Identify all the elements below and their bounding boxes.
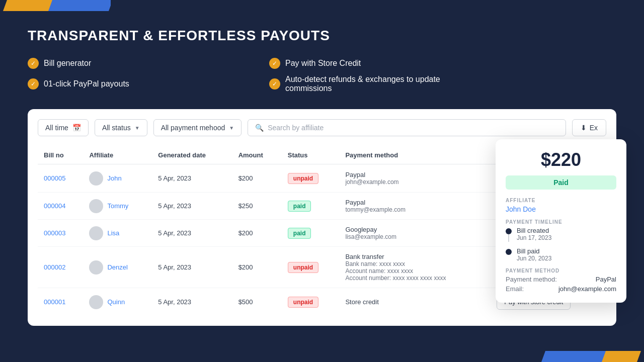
affiliate-name: Quinn (107, 298, 125, 306)
col-status: Status (282, 146, 340, 164)
detail-method-row: Payment method: PayPal (506, 276, 616, 283)
col-affiliate: Affiliate (83, 146, 152, 164)
generated-date: 5 Apr, 2023 (152, 247, 232, 288)
status-badge: paid (288, 201, 311, 212)
method-detail: tommy@example.com (345, 206, 485, 213)
col-payment-method: Payment method (339, 146, 491, 164)
check-icon-auto: ✓ (269, 78, 280, 89)
feature-auto-detect: ✓ Auto-detect refunds & exchanges to upd… (269, 75, 480, 93)
affiliate-section-label: AFFILIATE (506, 198, 616, 203)
method-name: Store credit (345, 298, 485, 306)
avatar (89, 295, 103, 309)
affiliate-name: Tommy (107, 202, 128, 210)
timeline-item-paid: Bill paid Jun 20, 2023 (506, 247, 616, 262)
payment-method-cell: Paypaltommy@example.com (339, 193, 491, 220)
payment-method-cell: Store credit (339, 288, 491, 316)
method-detail: john@example.com (345, 178, 485, 186)
chevron-down-icon: ▼ (135, 125, 140, 131)
features-grid: ✓ Bill generator ✓ Pay with Store Credit… (28, 58, 480, 93)
date-filter-button[interactable]: All time 📅 (38, 119, 89, 136)
status-badge: paid (288, 228, 311, 239)
affiliate-cell: Quinn (89, 295, 146, 309)
affiliate-name: Lisa (107, 229, 119, 237)
calendar-icon: 📅 (72, 124, 81, 132)
search-icon: 🔍 (255, 124, 264, 132)
payment-method-cell: Googlepaylisa@example.com (339, 220, 491, 247)
timeline-section-label: PAYMENT TIMELINE (506, 219, 616, 225)
detail-amount: $220 (506, 149, 616, 170)
detail-card: $220 Paid AFFILIATE John Doe PAYMENT TIM… (496, 139, 626, 303)
affiliate-name: Denzel (107, 263, 127, 271)
payment-method-cell: Bank transferBank name: xxxx xxxxAccount… (339, 247, 491, 288)
col-generated-date: Generated date (152, 146, 232, 164)
payment-method-cell: Paypaljohn@example.com (339, 164, 491, 193)
generated-date: 5 Apr, 2023 (152, 164, 232, 193)
method-detail: Bank name: xxxx xxxx (345, 260, 485, 267)
affiliate-cell: John (89, 171, 146, 186)
avatar (89, 171, 103, 186)
timeline-dot-created (506, 228, 512, 234)
timeline-dot-paid (506, 249, 512, 255)
method-detail: Account name: xxxx xxxx (345, 267, 485, 275)
method-name: Paypal (345, 171, 485, 178)
generated-date: 5 Apr, 2023 (152, 288, 232, 316)
status-badge: unpaid (288, 297, 318, 308)
timeline-line (508, 234, 509, 242)
feature-bill-generator: ✓ Bill generator (28, 58, 239, 69)
amount: $200 (232, 220, 282, 247)
status-badge: unpaid (288, 262, 318, 273)
avatar (89, 226, 103, 240)
table-card: All time 📅 All status ▼ All payment meho… (28, 109, 616, 326)
affiliate-name: John (107, 174, 121, 182)
avatar (89, 199, 103, 213)
chevron-down-icon-payment: ▼ (229, 125, 234, 131)
detail-affiliate-name: John Doe (506, 205, 616, 213)
method-detail: lisa@example.com (345, 233, 485, 240)
status-filter-button[interactable]: All status ▼ (95, 119, 147, 136)
check-icon-store: ✓ (269, 58, 280, 69)
detail-status-bar: Paid (506, 175, 616, 190)
timeline-item-created: Bill created Jun 17, 2023 (506, 227, 616, 247)
col-amount: Amount (232, 146, 282, 164)
generated-date: 5 Apr, 2023 (152, 220, 232, 247)
page-title: TRANSPARENT & EFFORTLESS PAYOUTS (28, 28, 616, 44)
search-wrapper: 🔍 Search by affiliate (248, 119, 566, 136)
bill-link[interactable]: 000002 (44, 263, 65, 271)
amount: $500 (232, 288, 282, 316)
method-name: Googlepay (345, 226, 485, 233)
check-icon-paypal: ✓ (28, 78, 39, 89)
status-badge: unpaid (288, 173, 318, 184)
corner-decoration-bottom (533, 347, 644, 362)
amount: $250 (232, 193, 282, 220)
check-icon-bill: ✓ (28, 58, 39, 69)
detail-email-row: Email: john@example.com (506, 285, 616, 293)
amount: $200 (232, 164, 282, 193)
method-detail: Account number: xxxx xxxx xxxx xxxx (345, 275, 485, 282)
affiliate-cell: Tommy (89, 199, 146, 213)
avatar (89, 260, 103, 275)
method-name: Bank transfer (345, 253, 485, 260)
bill-link[interactable]: 000004 (44, 202, 65, 210)
affiliate-cell: Lisa (89, 226, 146, 240)
feature-paypal-payouts: ✓ 01-click PayPal payouts (28, 75, 239, 93)
amount: $200 (232, 247, 282, 288)
generated-date: 5 Apr, 2023 (152, 193, 232, 220)
bill-link[interactable]: 000003 (44, 229, 65, 237)
bill-link[interactable]: 000001 (44, 298, 65, 306)
feature-pay-store-credit: ✓ Pay with Store Credit (269, 58, 480, 69)
affiliate-cell: Denzel (89, 260, 146, 275)
method-name: Paypal (345, 199, 485, 206)
payment-timeline: Bill created Jun 17, 2023 Bill paid Jun … (506, 227, 616, 262)
bill-link[interactable]: 000005 (44, 174, 65, 182)
filters-row: All time 📅 All status ▼ All payment meho… (38, 119, 606, 136)
payment-filter-button[interactable]: All payment mehood ▼ (153, 119, 242, 136)
export-icon: ⬇ (581, 124, 587, 132)
payment-method-section-label: PAYMENT METHOD (506, 268, 616, 274)
export-button[interactable]: ⬇ Ex (572, 119, 606, 136)
col-bill-no: Bill no (38, 146, 83, 164)
